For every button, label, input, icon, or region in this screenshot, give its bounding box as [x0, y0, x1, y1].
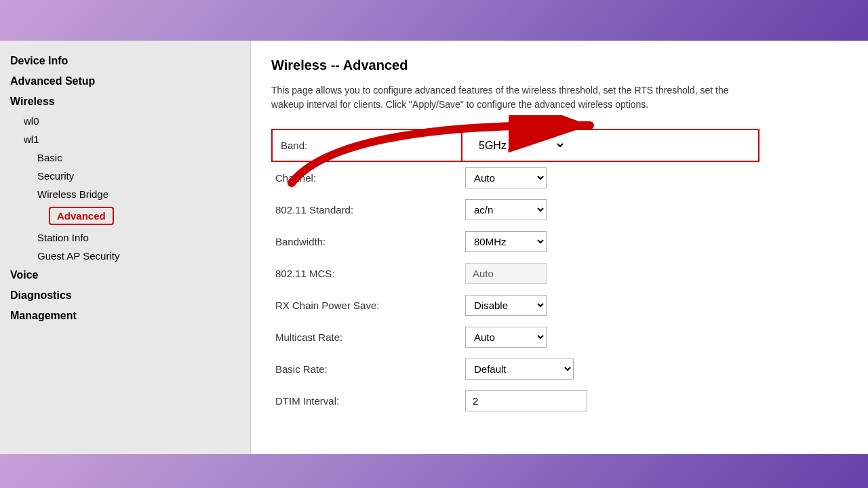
mcs-value: Auto	[465, 263, 547, 284]
channel-label: Channel:	[272, 161, 462, 194]
dtim-input[interactable]	[465, 390, 587, 411]
sidebar-item-wl1[interactable]: wl1	[0, 130, 250, 148]
standard-label: 802.11 Standard:	[272, 194, 462, 226]
mcs-label: 802.11 MCS:	[272, 258, 462, 289]
sidebar: Device Info Advanced Setup Wireless wl0 …	[0, 41, 251, 454]
main-panel: Wireless -- Advanced This page allows yo…	[251, 41, 868, 454]
settings-form: Band: 5GHz 2.4GHz Channel: Auto	[271, 129, 760, 417]
band-select[interactable]: 5GHz 2.4GHz	[471, 136, 566, 155]
field-basic-rate: Basic Rate: Default	[272, 353, 759, 385]
field-mcs: 802.11 MCS: Auto	[272, 258, 759, 289]
sidebar-item-device-info[interactable]: Device Info	[0, 51, 250, 71]
channel-select[interactable]: Auto	[465, 167, 547, 188]
basic-rate-select[interactable]: Default	[465, 359, 574, 380]
field-rx-chain: RX Chain Power Save: Disable Enable	[272, 289, 759, 321]
sidebar-item-wireless-bridge[interactable]: Wireless Bridge	[0, 185, 250, 203]
sidebar-item-wireless[interactable]: Wireless	[0, 92, 250, 112]
multicast-rate-select[interactable]: Auto	[465, 327, 547, 348]
basic-rate-label: Basic Rate:	[272, 353, 462, 385]
dtim-label: DTIM Interval:	[272, 385, 462, 417]
bandwidth-select[interactable]: 80MHz 40MHz 20MHz	[465, 231, 547, 252]
sidebar-item-basic[interactable]: Basic	[0, 148, 250, 167]
sidebar-item-security[interactable]: Security	[0, 167, 250, 185]
field-80211-standard: 802.11 Standard: ac/n	[272, 194, 759, 226]
sidebar-item-station-info[interactable]: Station Info	[0, 228, 250, 247]
field-dtim-interval: DTIM Interval:	[272, 385, 759, 417]
main-content: Device Info Advanced Setup Wireless wl0 …	[0, 41, 868, 454]
standard-select[interactable]: ac/n	[465, 199, 547, 220]
page-title: Wireless -- Advanced	[271, 58, 848, 73]
sidebar-item-diagnostics[interactable]: Diagnostics	[0, 285, 250, 306]
rx-chain-label: RX Chain Power Save:	[272, 289, 462, 321]
band-label: Band:	[281, 140, 307, 151]
sidebar-item-voice[interactable]: Voice	[0, 265, 250, 285]
page-description: This page allows you to configure advanc…	[271, 83, 760, 112]
field-bandwidth: Bandwidth: 80MHz 40MHz 20MHz	[272, 226, 759, 258]
sidebar-item-wl0[interactable]: wl0	[0, 112, 250, 130]
sidebar-item-advanced-setup[interactable]: Advanced Setup	[0, 71, 250, 92]
sidebar-item-guest-ap-security[interactable]: Guest AP Security	[0, 247, 250, 265]
multicast-rate-label: Multicast Rate:	[272, 321, 462, 353]
field-channel: Channel: Auto	[272, 161, 759, 194]
bandwidth-label: Bandwidth:	[272, 226, 462, 258]
bottom-bar	[0, 454, 868, 488]
top-bar	[0, 0, 868, 41]
field-band: Band: 5GHz 2.4GHz	[272, 129, 759, 161]
sidebar-item-advanced[interactable]: Advanced	[49, 207, 114, 225]
sidebar-item-management[interactable]: Management	[0, 306, 250, 326]
field-multicast-rate: Multicast Rate: Auto	[272, 321, 759, 353]
sidebar-item-advanced-wrapper: Advanced	[0, 203, 250, 228]
rx-chain-select[interactable]: Disable Enable	[465, 295, 547, 316]
